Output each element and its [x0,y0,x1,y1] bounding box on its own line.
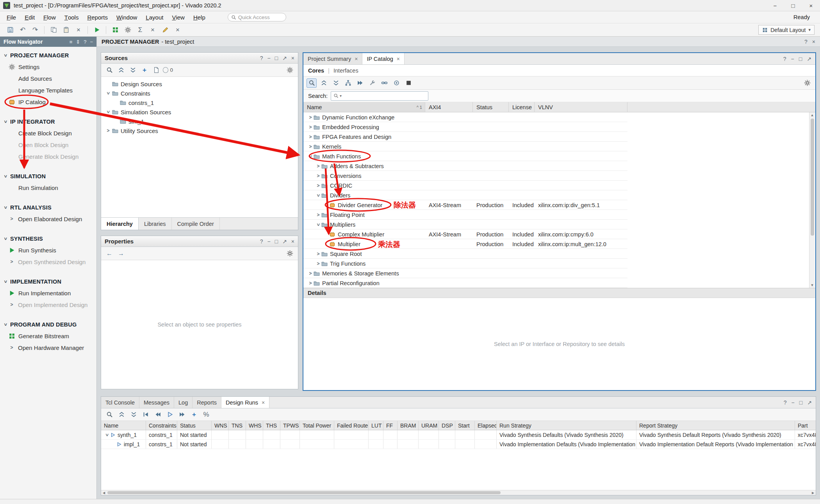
runs-column-whs[interactable]: WHS [246,421,263,430]
back-button[interactable]: ← [104,249,114,258]
expand-all-button[interactable] [128,410,139,419]
ip-category-memories-storage-elements[interactable]: >Memories & Storage Elements [303,268,815,278]
fn-section-header-simulation[interactable]: >SIMULATION [0,171,96,182]
ip-category-floating-point[interactable]: >Floating Point [303,210,815,220]
add-repository-button[interactable] [379,78,389,88]
expand-all-button[interactable] [128,66,138,75]
column-header-status[interactable]: Status [473,102,509,112]
save-button[interactable] [5,25,16,35]
help-icon[interactable]: ? [260,55,263,61]
minimize-icon[interactable]: − [267,55,270,61]
expand-all-button[interactable] [331,78,341,88]
target-button[interactable] [391,78,401,88]
ip-category-dividers[interactable]: >Dividers [303,190,815,200]
ip-category-fpga-features-and-design[interactable]: >FPGA Features and Design [303,132,815,142]
expand-chevron-icon[interactable]: > [315,183,321,188]
open-chevron-icon[interactable]: > [9,217,15,221]
create-run-button[interactable]: + [189,410,199,419]
runs-column-elapsed[interactable]: Elapsed [475,421,497,430]
float-icon[interactable]: ↗ [282,55,287,61]
open-chevron-icon[interactable]: > [9,302,15,307]
redo-button[interactable]: ↷ [30,25,41,35]
runs-column-name[interactable]: Name [101,421,146,430]
bottom-tab-design-runs[interactable]: Design Runs× [221,397,269,408]
help-icon[interactable]: ? [84,39,86,45]
section-collapse-icon[interactable]: > [3,173,8,179]
runs-column-failed-routes[interactable]: Failed Routes [334,421,369,430]
forward-button[interactable] [177,410,187,419]
menu-item-layout[interactable]: Layout [141,11,168,23]
runs-column-tns[interactable]: TNS [229,421,246,430]
filter-badge[interactable]: 0 [163,66,173,75]
maximize-icon[interactable]: □ [275,238,278,245]
menu-item-edit[interactable]: Edit [20,11,39,23]
ip-category-multipliers[interactable]: >Multipliers [303,220,815,229]
runs-column-constraints[interactable]: Constraints [146,421,177,430]
runs-column-ff[interactable]: FF [383,421,398,430]
collapse-all-button[interactable] [116,410,127,419]
vertical-scrollbar[interactable]: ▲ ▼ [809,112,815,288]
minimize-icon[interactable]: − [90,39,93,45]
fn-item-run-simulation[interactable]: Run Simulation [0,182,96,193]
scroll-right-icon[interactable]: ▶ [810,490,816,495]
column-header-license[interactable]: License [509,102,535,112]
search-button[interactable] [307,78,317,88]
bitstream-button[interactable] [110,25,121,35]
column-header-vlnv[interactable]: VLNV [535,102,627,112]
close-icon[interactable]: × [291,238,294,245]
column-header-name[interactable]: Name^ 1 [303,102,425,112]
panel-settings-button[interactable] [802,78,812,88]
copy-button[interactable] [48,25,59,35]
fn-section-header-project-manager[interactable]: >PROJECT MANAGER [0,50,96,61]
runs-column-part[interactable]: Part [795,421,816,430]
source-item-utility-sources[interactable]: >Utility Sources [101,126,298,135]
menu-item-window[interactable]: Window [112,11,141,23]
menu-item-tools[interactable]: Tools [60,11,83,23]
ip-category-partial-reconfiguration[interactable]: >Partial Reconfiguration [303,278,815,288]
maximize-icon[interactable]: □ [799,399,802,406]
column-header-axi4[interactable]: AXI4 [425,102,473,112]
menu-item-file[interactable]: File [2,11,20,23]
quick-access-input[interactable]: Quick Access [228,13,286,21]
bottom-tab-tcl-console[interactable]: Tcl Console [101,397,139,408]
run-row-synth-1[interactable]: >synth_1constrs_1Not startedVivado Synth… [101,430,816,440]
close-icon[interactable]: × [812,39,815,45]
runs-column-tpws[interactable]: TPWS [280,421,300,430]
delete-button[interactable]: × [73,25,84,35]
fn-item-ip-catalog[interactable]: IP Catalog [0,96,96,108]
expand-chevron-icon[interactable]: > [315,252,321,256]
tab-project-summary[interactable]: Project Summary× [303,53,362,64]
source-item-constrs-1[interactable]: constrs_1 [101,98,298,107]
section-collapse-icon[interactable]: > [3,236,8,242]
menu-item-view[interactable]: View [168,11,189,23]
source-item-constraints[interactable]: >Constraints [101,89,298,98]
sources-tab-compile-order[interactable]: Compile Order [172,218,220,230]
scrollbar-thumb[interactable] [811,119,814,236]
expand-chevron-icon[interactable]: > [316,222,321,228]
cancel-button[interactable]: × [147,25,158,35]
menu-item-reports[interactable]: Reports [83,11,112,23]
settings-button[interactable] [122,25,133,35]
tab-ip-catalog[interactable]: IP Catalog× [362,53,405,64]
search-button[interactable] [104,66,114,75]
edit-button[interactable] [160,25,171,35]
fn-item-create-block-design[interactable]: Create Block Design [0,127,96,139]
runs-column-uram[interactable]: URAM [419,421,439,430]
runs-column-total-power[interactable]: Total Power [300,421,334,430]
runs-column-status[interactable]: Status [177,421,212,430]
runs-column-run-strategy[interactable]: Run Strategy [497,421,636,430]
collapse-all-button[interactable] [116,66,126,75]
scroll-up-icon[interactable]: ▲ [811,112,814,118]
close-icon[interactable]: × [355,56,358,62]
launch-run-button[interactable] [165,410,175,419]
help-icon[interactable]: ? [260,238,263,245]
runs-column-start[interactable]: Start [455,421,475,430]
close-icon[interactable]: × [262,399,265,406]
sources-tab-hierarchy[interactable]: Hierarchy [101,218,139,230]
ip-category-adders-subtracters[interactable]: >Adders & Subtracters [303,161,815,171]
expand-chevron-icon[interactable]: > [316,192,321,199]
scroll-down-icon[interactable]: ▼ [811,282,814,288]
paste-button[interactable] [61,25,71,35]
expand-chevron-icon[interactable]: > [307,281,314,286]
expand-chevron-icon[interactable]: > [307,125,314,130]
